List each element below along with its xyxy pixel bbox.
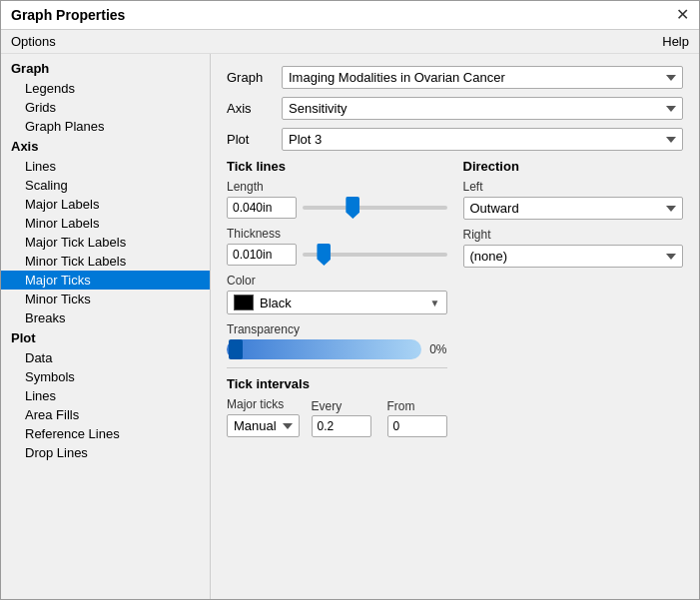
options-menu[interactable]: Options [11, 34, 56, 49]
direction-right-select[interactable]: (none) Outward Inward Both [463, 245, 684, 268]
color-select[interactable]: Black ▼ [227, 291, 447, 314]
from-input[interactable] [387, 415, 447, 437]
graph-row: Graph Imaging Modalities in Ovarian Canc… [227, 66, 683, 89]
sidebar-item-plot-lines[interactable]: Lines [1, 386, 210, 405]
sidebar-item-grids[interactable]: Grids [1, 98, 210, 117]
sidebar-item-legends[interactable]: Legends [1, 79, 210, 98]
sidebar-item-minor-tick-labels[interactable]: Minor Tick Labels [1, 252, 210, 271]
sidebar-item-area-fills[interactable]: Area Fills [1, 405, 210, 424]
axis-select[interactable]: Sensitivity [282, 97, 683, 120]
every-label: Every [312, 399, 371, 413]
direction-col: Direction Left Outward Inward Both None [463, 159, 684, 437]
transparency-value: 0% [429, 342, 446, 356]
close-button[interactable]: ✕ [676, 7, 689, 23]
every-input[interactable] [312, 415, 371, 437]
color-box [234, 295, 254, 310]
thickness-input[interactable] [227, 244, 297, 266]
direction-left-section: Left Outward Inward Both None [463, 180, 684, 220]
from-col: From [387, 399, 447, 437]
direction-title: Direction [463, 159, 684, 174]
thickness-slider-thumb[interactable] [317, 244, 331, 266]
plot-field-container: Plot 3 [282, 128, 683, 151]
title-bar: Graph Properties ✕ [1, 1, 699, 30]
sidebar-item-minor-ticks[interactable]: Minor Ticks [1, 290, 210, 308]
sidebar-item-major-tick-labels[interactable]: Major Tick Labels [1, 233, 210, 252]
graph-select[interactable]: Imaging Modalities in Ovarian Cancer [282, 66, 683, 89]
tick-lines-col: Tick lines Length Thickness [227, 159, 447, 437]
direction-right-section: Right (none) Outward Inward Both [463, 228, 684, 268]
two-col-section: Tick lines Length Thickness [227, 159, 683, 437]
transparency-thumb[interactable] [229, 339, 243, 359]
sidebar-item-major-labels[interactable]: Major Labels [1, 195, 210, 214]
direction-right-label: Right [463, 228, 684, 242]
sidebar-item-breaks[interactable]: Breaks [1, 308, 210, 327]
thickness-label: Thickness [227, 227, 447, 241]
sidebar-section-plot: Plot [1, 327, 210, 348]
graph-field-label: Graph [227, 70, 282, 85]
sidebar-item-symbols[interactable]: Symbols [1, 367, 210, 386]
content-area: Graph Imaging Modalities in Ovarian Canc… [211, 54, 699, 599]
color-label: Color [227, 274, 447, 288]
axis-row: Axis Sensitivity [227, 97, 683, 120]
axis-field-container: Sensitivity [282, 97, 683, 120]
length-row [227, 197, 447, 219]
sidebar-item-lines[interactable]: Lines [1, 157, 210, 176]
sidebar: Graph Legends Grids Graph Planes Axis Li… [1, 54, 211, 599]
tick-intervals-title: Tick intervals [227, 376, 447, 391]
sidebar-item-major-ticks[interactable]: Major Ticks [1, 271, 210, 290]
transparency-slider[interactable] [227, 339, 421, 359]
plot-row: Plot Plot 3 [227, 128, 683, 151]
sidebar-section-graph: Graph [1, 58, 210, 79]
color-value: Black [260, 296, 424, 310]
length-label: Length [227, 180, 447, 194]
tick-lines-title: Tick lines [227, 159, 447, 174]
thickness-slider-track [303, 253, 447, 257]
transparency-row: 0% [227, 339, 447, 359]
transparency-label: Transparency [227, 322, 447, 336]
axis-field-label: Axis [227, 101, 282, 116]
plot-field-label: Plot [227, 132, 282, 147]
major-ticks-col: Major ticks Manual Auto [227, 397, 300, 437]
sidebar-item-reference-lines[interactable]: Reference Lines [1, 424, 210, 443]
major-ticks-label: Major ticks [227, 397, 300, 411]
sidebar-item-minor-labels[interactable]: Minor Labels [1, 214, 210, 233]
length-slider-track [303, 206, 447, 210]
length-slider-thumb[interactable] [346, 197, 359, 219]
graph-properties-dialog: Graph Properties ✕ Options Help Graph Le… [0, 0, 700, 600]
direction-left-label: Left [463, 180, 684, 194]
sidebar-item-graph-planes[interactable]: Graph Planes [1, 117, 210, 136]
from-label: From [387, 399, 447, 413]
every-col: Every [312, 399, 371, 437]
help-menu[interactable]: Help [662, 34, 689, 49]
direction-left-select[interactable]: Outward Inward Both None [463, 197, 684, 220]
tick-major-row: Major ticks Manual Auto Every [227, 397, 447, 437]
graph-field-container: Imaging Modalities in Ovarian Cancer [282, 66, 683, 89]
main-content: Graph Legends Grids Graph Planes Axis Li… [1, 54, 699, 599]
plot-select[interactable]: Plot 3 [282, 128, 683, 151]
length-slider-container [303, 198, 447, 218]
dialog-title: Graph Properties [11, 7, 125, 23]
sidebar-item-data[interactable]: Data [1, 348, 210, 367]
sidebar-section-axis: Axis [1, 136, 210, 157]
every-from-row: Every From [312, 399, 447, 437]
length-input[interactable] [227, 197, 297, 219]
thickness-slider-container [303, 245, 447, 265]
menu-bar: Options Help [1, 30, 699, 54]
color-dropdown-arrow: ▼ [430, 298, 440, 308]
major-ticks-select[interactable]: Manual Auto [227, 414, 300, 437]
thickness-row [227, 244, 447, 266]
tick-intervals-section: Tick intervals Major ticks Manual Auto [227, 367, 447, 437]
sidebar-item-drop-lines[interactable]: Drop Lines [1, 443, 210, 462]
sidebar-item-scaling[interactable]: Scaling [1, 176, 210, 195]
